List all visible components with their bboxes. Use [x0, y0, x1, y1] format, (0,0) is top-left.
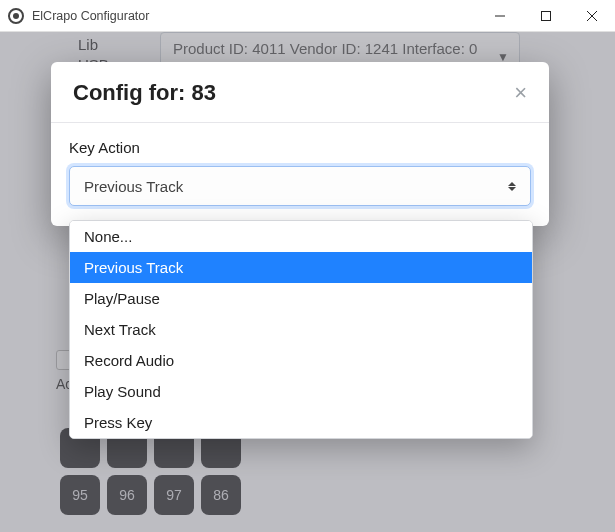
window-title: ElCrapo Configurator	[32, 9, 149, 23]
modal-body: Key Action Previous Track	[51, 123, 549, 226]
window-close-button[interactable]	[569, 0, 615, 32]
key-action-select-value: Previous Track	[84, 178, 183, 195]
modal-title: Config for: 83	[73, 80, 216, 106]
modal-close-button[interactable]: ×	[514, 82, 527, 104]
config-modal: Config for: 83 × Key Action Previous Tra…	[51, 62, 549, 226]
app-body: Lib USB Product ID: 4011 Vendor ID: 1241…	[0, 32, 615, 532]
option-previous-track[interactable]: Previous Track	[70, 252, 532, 283]
key-action-dropdown: None... Previous Track Play/Pause Next T…	[69, 220, 533, 439]
option-record-audio[interactable]: Record Audio	[70, 345, 532, 376]
modal-header: Config for: 83 ×	[51, 62, 549, 123]
select-caret-icon	[506, 179, 518, 193]
svg-rect-1	[542, 11, 551, 20]
option-next-track[interactable]: Next Track	[70, 314, 532, 345]
key-action-label: Key Action	[69, 139, 531, 156]
window-minimize-button[interactable]	[477, 0, 523, 32]
window-maximize-button[interactable]	[523, 0, 569, 32]
window-titlebar: ElCrapo Configurator	[0, 0, 615, 32]
option-none[interactable]: None...	[70, 221, 532, 252]
option-play-sound[interactable]: Play Sound	[70, 376, 532, 407]
key-action-select[interactable]: Previous Track	[69, 166, 531, 206]
close-icon: ×	[514, 80, 527, 105]
app-icon	[8, 8, 24, 24]
option-press-key[interactable]: Press Key	[70, 407, 532, 438]
option-play-pause[interactable]: Play/Pause	[70, 283, 532, 314]
